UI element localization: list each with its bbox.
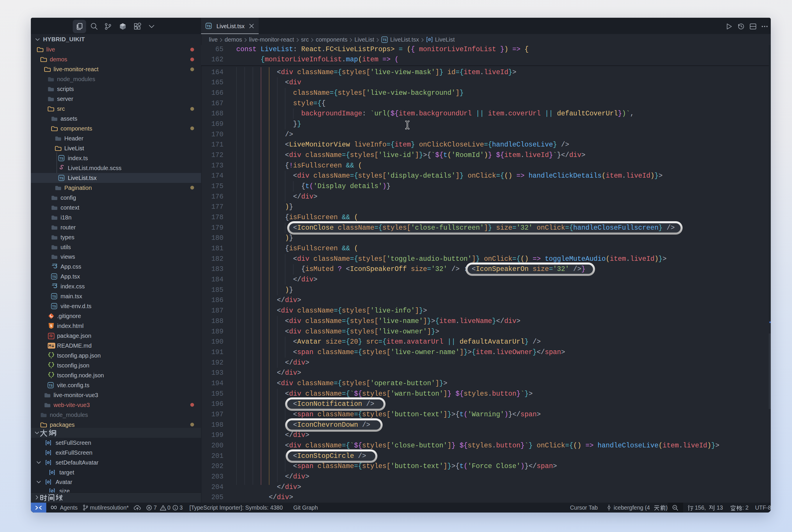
svg-text:TS: TS xyxy=(59,156,63,160)
svg-text:TS: TS xyxy=(207,24,210,28)
svg-text:TS: TS xyxy=(52,295,56,298)
svg-text:TS: TS xyxy=(49,383,52,387)
svg-text:TS: TS xyxy=(59,176,63,180)
svg-text:TS: TS xyxy=(383,38,386,42)
svg-text:5: 5 xyxy=(50,324,52,328)
svg-text:TS: TS xyxy=(52,275,56,279)
svg-text:TS: TS xyxy=(52,305,56,308)
